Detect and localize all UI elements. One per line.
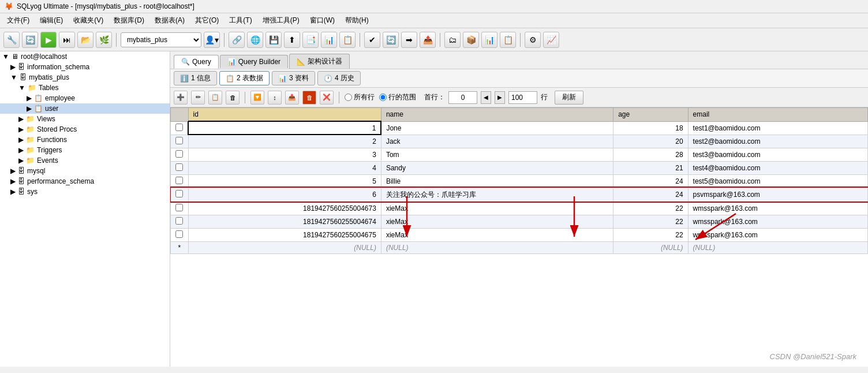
toolbar-btn-22[interactable]: 📋	[500, 32, 516, 48]
clear-btn[interactable]: ❌	[320, 91, 334, 105]
th-email[interactable]: email	[688, 108, 867, 122]
sidebar-item-stored-procs[interactable]: ▶ 📁 Stored Procs	[0, 124, 170, 135]
row-checkbox[interactable]	[175, 230, 183, 238]
table-row[interactable]: 3Tom28test3@baomidou.com	[171, 148, 868, 161]
first-row-input[interactable]	[448, 91, 477, 104]
toolbar-btn-21[interactable]: 📊	[481, 32, 497, 48]
toolbar-btn-1[interactable]: 🔧	[3, 32, 20, 48]
th-name[interactable]: name	[381, 108, 613, 122]
rows-count-input[interactable]	[508, 91, 537, 104]
th-id[interactable]: id	[188, 108, 381, 122]
menu-item-o[interactable]: 其它(O)	[190, 14, 223, 27]
menu-item-e[interactable]: 编辑(E)	[35, 14, 68, 27]
toolbar-btn-7[interactable]: 👤▾	[204, 32, 220, 48]
radio-range[interactable]	[379, 94, 387, 101]
row-checkbox[interactable]	[175, 124, 183, 131]
table-row[interactable]: 181942756025500467​5xieMax22wmsspark@163…	[171, 228, 868, 241]
menu-item-w[interactable]: 窗口(W)	[305, 14, 339, 27]
table-row[interactable]: 6关注我的公众号：爪哇学习库24psvmspark@163.com	[171, 188, 868, 202]
toolbar-btn-20[interactable]: 📦	[463, 32, 479, 48]
sub-tab-tabledata[interactable]: 📋 2 表数据	[219, 71, 270, 85]
toolbar-btn-10[interactable]: 💾	[265, 32, 282, 48]
toolbar-btn-11[interactable]: ⬆	[284, 32, 300, 48]
menu-item-h[interactable]: 帮助(H)	[341, 14, 373, 27]
sub-tab-info2[interactable]: 📊 3 资料	[272, 71, 315, 85]
table-row[interactable]: 5Billie24test5@baomidou.com	[171, 174, 868, 188]
filter-btn[interactable]: 🔽	[250, 91, 264, 105]
toolbar-btn-5[interactable]: 📂	[77, 32, 93, 48]
row-checkbox[interactable]	[175, 177, 183, 184]
refresh-button[interactable]: 刷新	[555, 91, 583, 105]
toolbar-btn-16[interactable]: 🔄	[383, 32, 399, 48]
toolbar-btn-14[interactable]: 📋	[339, 32, 356, 48]
sub-tab-info[interactable]: ℹ️ 1 信息	[174, 71, 217, 85]
row-checkbox[interactable]	[175, 137, 183, 144]
table-row[interactable]: *(NULL)(NULL)(NULL)(NULL)	[171, 241, 868, 253]
toolbar-btn-4[interactable]: ⏭	[59, 32, 75, 48]
table-row[interactable]: 1Jone18test1@baomidou.com	[171, 121, 868, 135]
menu-item-d[interactable]: 数据库(D)	[109, 14, 149, 27]
sub-tab-history[interactable]: 🕐 4 历史	[317, 71, 361, 85]
toolbar-btn-6[interactable]: 🌿	[96, 32, 112, 48]
sidebar-item-views[interactable]: ▶ 📁 Views	[0, 114, 170, 124]
menu-item-a[interactable]: 数据表(A)	[150, 14, 189, 27]
sidebar-label-views: Views	[37, 115, 55, 123]
table-row[interactable]: 4Sandy21test4@baomidou.com	[171, 161, 868, 174]
toolbar-btn-9[interactable]: 🌐	[247, 32, 263, 48]
sidebar-item-triggers[interactable]: ▶ 📁 Triggers	[0, 145, 170, 155]
toolbar-btn-13[interactable]: 📊	[321, 32, 337, 48]
toolbar-btn-18[interactable]: 📤	[420, 32, 436, 48]
sidebar-item-performance-schema[interactable]: ▶ 🗄 performance_schema	[0, 176, 170, 186]
toolbar-btn-23[interactable]: ⚙	[525, 32, 541, 48]
row-checkbox[interactable]	[175, 204, 183, 211]
sidebar-item-mysql[interactable]: ▶ 🗄 mysql	[0, 166, 170, 176]
tab-schema-designer[interactable]: 📐 架构设计器	[289, 54, 350, 69]
tab-query[interactable]: 🔍 Query	[174, 55, 219, 69]
sidebar-item-events[interactable]: ▶ 📁 Events	[0, 155, 170, 166]
radio-range-label[interactable]: 行的范围	[379, 92, 416, 102]
menu-item-f[interactable]: 文件(F)	[2, 14, 34, 27]
radio-all[interactable]	[345, 94, 352, 101]
toolbar-btn-19[interactable]: 🗂	[444, 32, 461, 48]
data-table-container[interactable]: id name age email 1Jone18test1@baomidou.…	[170, 107, 868, 367]
next-btn[interactable]: ▶	[495, 91, 505, 104]
table-row[interactable]: 2Jack20test2@baomidou.com	[171, 135, 868, 148]
table-row[interactable]: 181942756025500467​4xieMax22wmsspark@163…	[171, 215, 868, 228]
sort-btn[interactable]: ↕	[268, 91, 282, 105]
row-checkbox[interactable]	[175, 150, 183, 158]
sidebar-item-employee[interactable]: ▶ 📋 employee	[0, 93, 170, 103]
sidebar-item-root[interactable]: ▼ 🖥 root@localhost	[0, 51, 170, 62]
sidebar-item-sys[interactable]: ▶ 🗄 sys	[0, 186, 170, 197]
menu-item-t[interactable]: 工具(T)	[225, 14, 256, 27]
menu-item-p[interactable]: 增强工具(P)	[258, 14, 304, 27]
sidebar-item-user[interactable]: ▶ 📋 user	[0, 103, 170, 114]
sidebar-item-tables[interactable]: ▼ 📁 Tables	[0, 83, 170, 93]
toolbar-btn-12[interactable]: 📑	[302, 32, 319, 48]
add-row-btn[interactable]: ➕	[174, 91, 188, 105]
row-checkbox[interactable]	[175, 163, 183, 171]
th-age[interactable]: age	[613, 108, 688, 122]
toolbar-btn-2[interactable]: 🔄	[22, 32, 38, 48]
table-row[interactable]: 181942756025500467​3xieMax22wmsspark@163…	[171, 202, 868, 215]
sidebar-item-mybatis-plus[interactable]: ▼ 🗄 mybatis_plus	[0, 72, 170, 83]
tab-query-builder[interactable]: 📊 Query Builder	[220, 55, 288, 68]
import-btn[interactable]: 🗑	[302, 91, 316, 105]
toolbar-btn-17[interactable]: ➡	[401, 32, 417, 48]
toolbar-btn-3[interactable]: ▶	[40, 32, 57, 48]
db-selector[interactable]: mybatis_plus	[121, 32, 201, 47]
prev-btn[interactable]: ◀	[481, 91, 491, 104]
row-checkbox[interactable]	[175, 217, 183, 225]
toolbar-btn-24[interactable]: 📈	[543, 32, 559, 48]
cell-id: 181942756025500467​5	[188, 228, 381, 241]
radio-all-label[interactable]: 所有行	[345, 92, 375, 102]
toolbar-btn-15[interactable]: ✔	[364, 32, 380, 48]
toolbar-btn-8[interactable]: 🔗	[229, 32, 245, 48]
delete-row-btn[interactable]: 🗑	[226, 91, 240, 105]
copy-row-btn[interactable]: 📋	[208, 91, 222, 105]
edit-row-btn[interactable]: ✏	[191, 91, 205, 105]
export-btn[interactable]: 📤	[285, 91, 299, 105]
sidebar-item-functions[interactable]: ▶ 📁 Functions	[0, 135, 170, 145]
sidebar-item-information-schema[interactable]: ▶ 🗄 information_schema	[0, 62, 170, 72]
menu-item-v[interactable]: 收藏夹(V)	[69, 14, 108, 27]
row-checkbox[interactable]	[175, 190, 183, 197]
